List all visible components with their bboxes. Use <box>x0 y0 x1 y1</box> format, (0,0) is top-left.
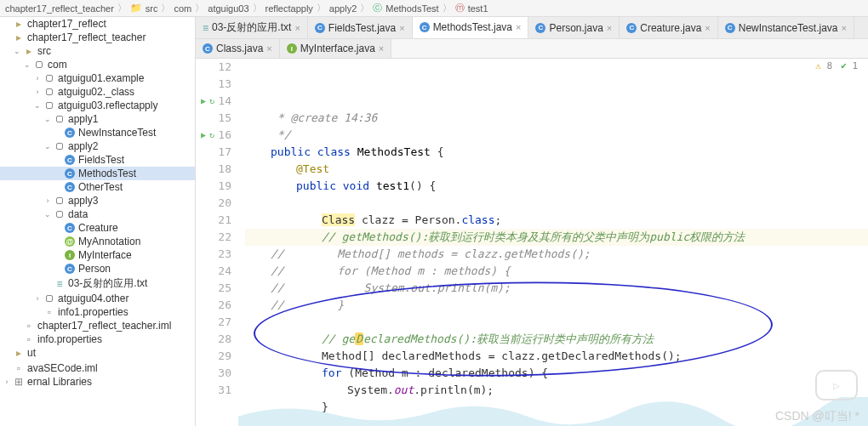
tree-item[interactable]: ⌄com <box>0 58 195 71</box>
tree-label: atguigu04.other <box>58 293 128 304</box>
editor-tab[interactable]: CPerson.java× <box>528 17 620 38</box>
tree-item[interactable]: ▫info1.properties <box>0 305 195 319</box>
close-icon[interactable]: × <box>516 22 521 32</box>
class-icon: C <box>535 23 545 33</box>
tree-icon: @ <box>63 236 77 247</box>
close-icon[interactable]: × <box>294 23 300 33</box>
crumb-7[interactable]: test1 <box>468 3 488 14</box>
run-gutter-icon[interactable]: ▶ <box>201 93 206 110</box>
code-line-21[interactable]: // for (Method m : methods) { <box>245 263 868 280</box>
tree-item[interactable]: ≡03-反射的应用.txt <box>0 275 195 292</box>
tree-label: data <box>68 208 88 220</box>
crumb-6[interactable]: MethodsTest <box>385 3 438 14</box>
tree-item[interactable]: CCreature <box>0 221 195 235</box>
tab-label: Person.java <box>549 22 602 34</box>
code-line-12[interactable]: * @create 14:36 <box>245 110 868 127</box>
code-line-20[interactable]: // Method[] methods = clazz.getMethods()… <box>245 246 868 263</box>
editor-tab[interactable]: IMyInterface.java× <box>280 39 391 58</box>
code-line-27[interactable]: for (Method m : declaredMethods) { <box>245 365 868 382</box>
code-area[interactable]: * @create 14:36 */public class MethodsTe… <box>238 59 868 426</box>
editor-tab[interactable]: CNewInstanceTest.java× <box>718 17 854 38</box>
crumb-4[interactable]: reflectapply <box>266 3 313 14</box>
close-icon[interactable]: × <box>379 43 384 54</box>
tree-item[interactable]: ⌄▸src <box>0 44 195 58</box>
close-icon[interactable]: × <box>266 43 271 54</box>
tree-item[interactable]: CPerson <box>0 262 195 275</box>
editor-tab[interactable]: CClass.java× <box>196 39 280 58</box>
line-gutter[interactable]: 1213▶↻1415▶↻1617181920212223242526272829… <box>196 59 238 426</box>
tree-item[interactable]: ▸ut <box>0 346 195 360</box>
tree-icon <box>53 143 66 150</box>
video-play-widget[interactable]: ▷ <box>815 370 858 400</box>
crumb-5[interactable]: apply2 <box>329 3 357 14</box>
crumb-3[interactable]: atguigu03 <box>208 3 248 14</box>
editor-tab[interactable]: ≡03-反射的应用.txt× <box>196 17 308 38</box>
code-line-15[interactable]: @Test <box>245 161 868 178</box>
code-line-24[interactable] <box>245 314 868 331</box>
tree-item[interactable]: @MyAnnotation <box>0 235 195 248</box>
code-line-17[interactable] <box>245 195 868 212</box>
tree-item[interactable]: ▸chapter17_reflect_teacher <box>0 31 195 44</box>
tree-label: avaSECode.iml <box>27 362 98 374</box>
crumb-1[interactable]: src <box>146 3 158 14</box>
tree-item[interactable]: ⌄apply2 <box>0 139 195 153</box>
tree-label: Creature <box>78 222 118 234</box>
tree-item[interactable]: ›atguigu01.example <box>0 71 195 85</box>
code-line-23[interactable]: // } <box>245 297 868 314</box>
tree-item[interactable]: COtherTest <box>0 180 195 194</box>
code-line-28[interactable]: System.out.println(m); <box>245 382 868 399</box>
class-icon: C <box>315 23 325 33</box>
tree-label: 03-反射的应用.txt <box>68 276 147 291</box>
close-icon[interactable]: × <box>399 23 404 33</box>
tree-label: src <box>37 45 51 57</box>
class-icon: ⓒ <box>373 2 382 14</box>
tab-label: Creature.java <box>640 22 701 34</box>
crumb-0[interactable]: chapter17_reflect_teacher <box>5 3 114 14</box>
editor-tab[interactable]: CMethodsTest.java× <box>413 17 529 39</box>
tree-icon: ▫ <box>22 333 36 345</box>
editor-tab[interactable]: CFieldsTest.java× <box>308 17 413 38</box>
tree-item[interactable]: ▫chapter17_reflect_teacher.iml <box>0 319 195 332</box>
code-line-13[interactable]: */ <box>245 127 868 144</box>
code-line-26[interactable]: Method[] declaredMethods = clazz.getDecl… <box>245 348 868 365</box>
class-icon: C <box>725 23 735 33</box>
crumb-2[interactable]: com <box>174 3 191 14</box>
tree-icon: ▸ <box>12 18 26 30</box>
tree-label: ut <box>27 347 36 359</box>
tab-label: FieldsTest.java <box>328 22 396 34</box>
editor-tab[interactable]: CCreature.java× <box>620 17 717 38</box>
code-line-25[interactable]: // geDeclaredMethods():获取当前运行时类中声明的所有方法 <box>245 331 868 348</box>
tree-item[interactable]: CMethodsTest <box>0 167 195 180</box>
tree-icon: ▫ <box>43 306 56 318</box>
close-icon[interactable]: × <box>607 23 612 33</box>
tree-item[interactable]: ⌄apply1 <box>0 112 195 126</box>
text-icon: ≡ <box>203 22 208 34</box>
tree-icon: ≡ <box>53 278 66 290</box>
run-gutter-icon[interactable]: ▶ <box>201 127 206 144</box>
tree-item[interactable]: ▸chapter17_reflect <box>0 17 195 31</box>
tree-label: apply2 <box>68 140 98 152</box>
code-editor[interactable]: ⚠ 8 ✔ 1 1213▶↻1415▶↻16171819202122232425… <box>196 59 868 426</box>
tree-item[interactable]: CNewInstanceTest <box>0 126 195 139</box>
tree-item[interactable]: ›⊞ernal Libraries <box>0 375 195 389</box>
tree-item[interactable]: ›atguigu04.other <box>0 292 195 305</box>
tree-icon <box>32 61 46 68</box>
project-tree[interactable]: ▸chapter17_reflect▸chapter17_reflect_tea… <box>0 17 196 426</box>
tree-item[interactable]: ▫avaSECode.iml <box>0 361 195 375</box>
code-line-16[interactable]: public void test1() { <box>245 178 868 195</box>
tree-item[interactable]: ▫info.properties <box>0 332 195 346</box>
code-line-22[interactable]: // System.out.println(m); <box>245 280 868 297</box>
code-line-14[interactable]: public class MethodsTest { <box>245 144 868 161</box>
close-icon[interactable]: × <box>841 23 846 33</box>
code-line-19[interactable]: // getMethods():获取到运行时类本身及其所有的父类中声明为publ… <box>245 229 868 246</box>
tree-item[interactable]: ›apply3 <box>0 194 195 207</box>
tree-item[interactable]: ›atguigu02._class <box>0 85 195 99</box>
tree-icon: ⊞ <box>12 376 26 388</box>
tree-item[interactable]: ⌄data <box>0 207 195 221</box>
tree-item[interactable]: IMyInterface <box>0 248 195 262</box>
tree-item[interactable]: ⌄atguigu03.reflectapply <box>0 99 195 112</box>
close-icon[interactable]: × <box>705 23 710 33</box>
code-line-18[interactable]: Class clazz = Person.class; <box>245 212 868 229</box>
tree-item[interactable]: CFieldsTest <box>0 153 195 167</box>
tree-label: FieldsTest <box>78 154 124 166</box>
